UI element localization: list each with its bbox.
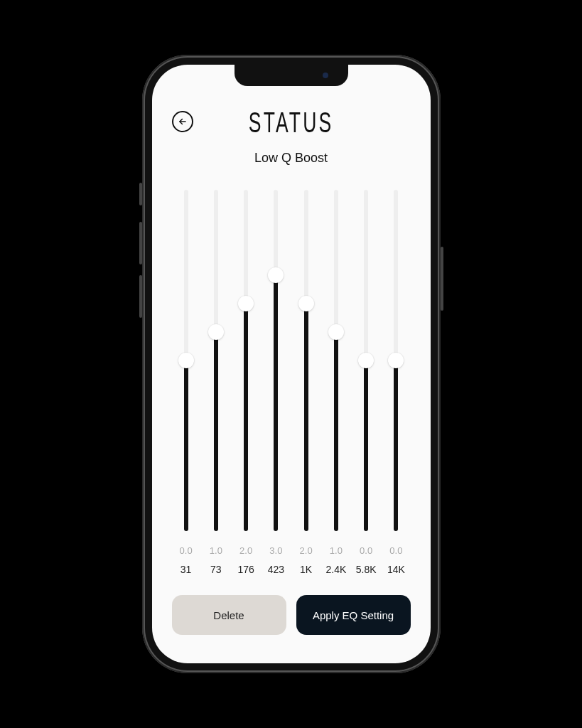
eq-value: 0.0 [360, 545, 372, 558]
eq-track [274, 190, 278, 531]
eq-thumb[interactable] [328, 324, 344, 340]
phone-volume-down [139, 275, 142, 318]
eq-band: 2.01K [293, 183, 319, 578]
eq-fill [364, 360, 368, 531]
eq-frequency: 5.8K [356, 564, 377, 578]
back-button[interactable] [172, 111, 193, 132]
eq-slider[interactable] [173, 183, 199, 541]
phone-volume-up [139, 222, 142, 264]
eq-frequency: 31 [180, 564, 192, 578]
eq-slider[interactable] [293, 183, 319, 541]
eq-track [214, 190, 218, 531]
eq-frequency: 73 [210, 564, 222, 578]
eq-value: 0.0 [389, 545, 402, 558]
eq-value: 2.0 [239, 545, 252, 558]
eq-track [304, 190, 308, 531]
arrow-left-icon [178, 117, 188, 127]
eq-fill [394, 360, 398, 531]
eq-fill [184, 360, 188, 531]
eq-frequency: 2.4K [325, 564, 346, 578]
eq-band: 1.073 [203, 183, 229, 578]
eq-value: 1.0 [330, 545, 343, 558]
eq-slider[interactable] [353, 183, 379, 541]
eq-band: 3.0423 [263, 183, 289, 578]
eq-track [184, 190, 188, 531]
eq-value: 1.0 [210, 545, 222, 558]
eq-fill [214, 332, 218, 531]
eq-track [364, 190, 368, 531]
eq-slider[interactable] [383, 183, 409, 541]
eq-frequency: 14K [387, 564, 405, 578]
equalizer: 0.0311.0732.01763.04232.01K1.02.4K0.05.8… [172, 183, 411, 578]
eq-thumb[interactable] [268, 267, 284, 283]
app-header: STATUS [172, 104, 411, 141]
eq-slider[interactable] [203, 183, 229, 541]
eq-fill [304, 304, 308, 531]
eq-thumb[interactable] [208, 324, 224, 340]
eq-track [334, 190, 338, 531]
eq-frequency: 423 [268, 564, 284, 578]
eq-thumb[interactable] [238, 296, 254, 311]
delete-button[interactable]: Delete [172, 595, 286, 635]
eq-fill [274, 275, 278, 531]
eq-value: 0.0 [180, 545, 193, 558]
eq-frequency: 176 [237, 564, 254, 578]
eq-value: 2.0 [300, 545, 313, 558]
eq-band: 0.05.8K [353, 183, 379, 578]
eq-band: 0.031 [173, 183, 199, 578]
phone-notch [235, 65, 348, 86]
eq-fill [244, 304, 248, 531]
eq-slider[interactable] [233, 183, 259, 541]
phone-frame: STATUS Low Q Boost 0.0311.0732.01763.042… [142, 55, 441, 673]
eq-thumb[interactable] [178, 353, 194, 368]
eq-thumb[interactable] [298, 296, 314, 311]
eq-thumb[interactable] [358, 353, 374, 368]
eq-slider[interactable] [263, 183, 289, 541]
apply-eq-button[interactable]: Apply EQ Setting [296, 595, 411, 635]
eq-fill [334, 332, 338, 531]
eq-thumb[interactable] [388, 353, 404, 368]
eq-frequency: 1K [300, 564, 312, 578]
preset-name: Low Q Boost [172, 151, 411, 166]
eq-value: 3.0 [269, 545, 282, 558]
eq-track [394, 190, 398, 531]
phone-screen: STATUS Low Q Boost 0.0311.0732.01763.042… [152, 65, 431, 663]
eq-track [244, 190, 248, 531]
phone-silent-switch [139, 183, 142, 205]
phone-power-button [441, 247, 443, 311]
eq-slider[interactable] [323, 183, 349, 541]
app-title: STATUS [249, 106, 333, 139]
eq-band: 0.014K [383, 183, 409, 578]
action-bar: Delete Apply EQ Setting [172, 595, 411, 635]
app-root: STATUS Low Q Boost 0.0311.0732.01763.042… [152, 65, 431, 663]
eq-band: 2.0176 [233, 183, 259, 578]
eq-band: 1.02.4K [323, 183, 349, 578]
